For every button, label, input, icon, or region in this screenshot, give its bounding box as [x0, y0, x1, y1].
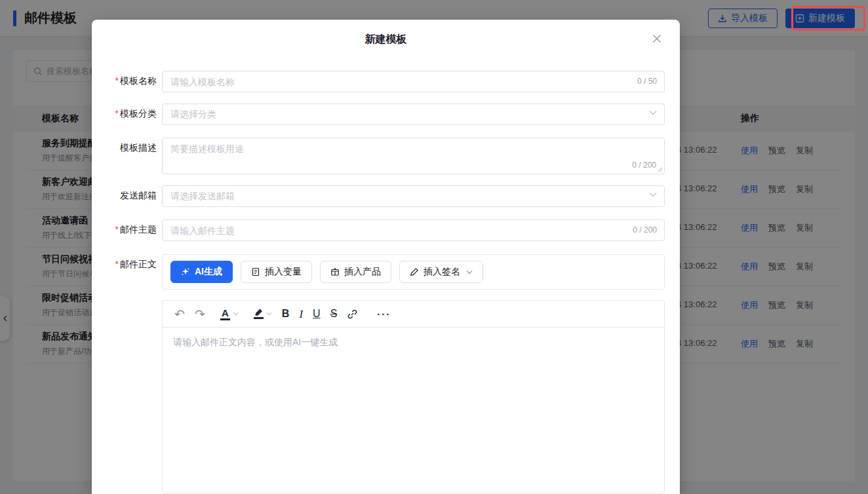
field-label: 模板分类	[120, 108, 157, 119]
body-editor[interactable]: ↶ ↷ A	[162, 300, 665, 493]
pen-icon	[410, 267, 419, 276]
description-textarea[interactable]: 简要描述模板用途 0 / 200	[162, 138, 665, 174]
field-label: 发送邮箱	[120, 190, 157, 200]
redo-icon[interactable]: ↷	[195, 308, 205, 320]
more-options-icon[interactable]: ···	[377, 309, 391, 319]
required-mark: *	[115, 108, 119, 119]
insert-signature-button[interactable]: 插入签名	[399, 261, 483, 283]
strikethrough-icon[interactable]: S	[330, 309, 338, 319]
chevron-down-icon	[649, 110, 657, 115]
italic-icon[interactable]: I	[299, 309, 303, 320]
chevron-down-icon	[233, 312, 239, 316]
editor-placeholder[interactable]: 请输入邮件正文内容，或使用AI一键生成	[163, 328, 664, 358]
required-mark: *	[115, 224, 119, 235]
font-color-icon: A	[222, 308, 229, 318]
char-counter: 0 / 50	[637, 77, 657, 86]
field-label: 邮件主题	[120, 224, 157, 235]
template-name-input[interactable]	[162, 71, 665, 92]
textarea-placeholder: 简要描述模板用途	[170, 143, 244, 154]
field-label: 邮件正文	[120, 259, 157, 269]
char-counter: 0 / 200	[633, 225, 657, 235]
sparkle-icon	[181, 267, 190, 276]
package-icon	[330, 267, 340, 276]
highlighter-icon	[254, 309, 264, 316]
field-label: 模板名称	[120, 75, 157, 86]
close-icon[interactable]	[650, 31, 664, 46]
field-label: 模板描述	[120, 142, 157, 153]
create-template-modal: 新建模板 *模板名称 0 / 50 *模板分类 请选择分类 模板描述	[92, 20, 680, 494]
undo-icon[interactable]: ↶	[174, 308, 185, 320]
char-counter: 0 / 200	[632, 161, 656, 170]
select-placeholder: 请选择发送邮箱	[170, 191, 235, 202]
body-toolbar: AI生成 插入变量 插入产品	[162, 254, 665, 290]
chevron-down-icon	[266, 312, 272, 316]
modal-title: 新建模板	[92, 33, 680, 47]
category-select[interactable]: 请选择分类	[162, 104, 665, 125]
richtext-toolbar: ↶ ↷ A	[163, 301, 664, 328]
chevron-down-icon	[649, 192, 657, 197]
highlight-color-control[interactable]	[254, 309, 272, 319]
bold-icon[interactable]: B	[282, 309, 290, 319]
sender-select[interactable]: 请选择发送邮箱	[162, 185, 665, 207]
subject-input[interactable]	[162, 219, 665, 241]
insert-product-button[interactable]: 插入产品	[320, 261, 391, 283]
insert-variable-button[interactable]: 插入变量	[241, 261, 312, 283]
chevron-down-icon	[466, 270, 473, 275]
font-color-control[interactable]: A	[220, 308, 239, 320]
select-placeholder: 请选择分类	[170, 109, 216, 121]
underline-icon[interactable]: U	[313, 309, 321, 319]
document-icon	[251, 267, 260, 276]
required-mark: *	[115, 259, 119, 269]
required-mark: *	[115, 75, 119, 86]
resize-grip-icon[interactable]	[657, 166, 663, 172]
ai-generate-button[interactable]: AI生成	[170, 261, 233, 283]
link-icon[interactable]	[347, 309, 358, 320]
